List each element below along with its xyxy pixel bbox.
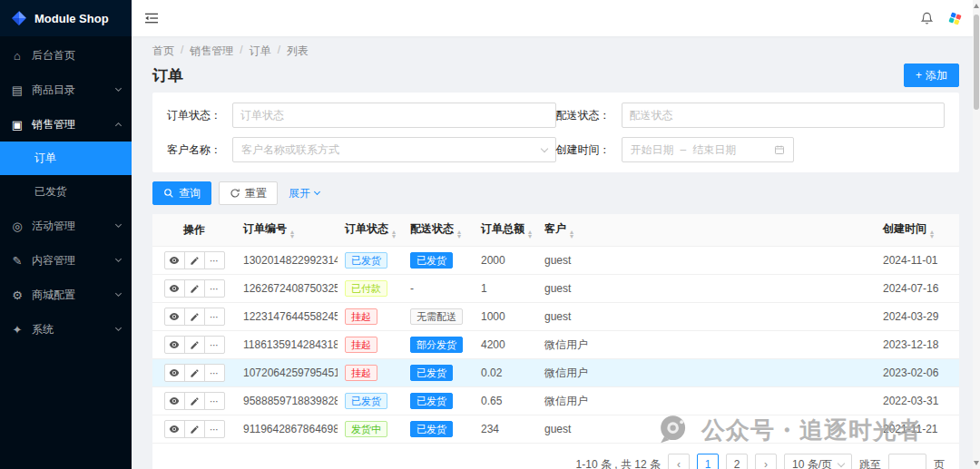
column-header-ops: 操作 [152, 214, 236, 247]
table-row[interactable]: ⋯1223147644558245888挂起无需配送1000guest2024-… [152, 303, 959, 331]
pagination-next-button[interactable]: › [755, 454, 777, 469]
menu-collapse-icon[interactable] [145, 13, 158, 24]
pagination-page-2[interactable]: 2 [726, 454, 748, 469]
sidebar-subitem-orders[interactable]: 订单 [0, 142, 132, 175]
delivery-status-cell: 无需配送 [403, 303, 474, 331]
delivery-status-tag: 无需配送 [410, 308, 463, 325]
edit-order-button[interactable] [184, 279, 205, 298]
column-header-order_no[interactable]: 订单编号▴▾ [236, 214, 338, 247]
customer-name: 微信用户 [544, 366, 588, 379]
scroll-up-arrow[interactable] [974, 4, 979, 8]
order-status-cell: 已发货 [338, 387, 403, 415]
table-row[interactable]: ⋯1262672408750325760已付款-1guest2024-07-16 [152, 275, 959, 303]
order-status-cell: 挂起 [338, 331, 403, 359]
sidebar-item-content[interactable]: ✎内容管理 [0, 243, 132, 278]
customer-select-placeholder: 客户名称或联系方式 [241, 142, 339, 158]
add-button[interactable]: + 添加 [904, 64, 959, 87]
edit-order-button[interactable] [184, 251, 205, 269]
column-header-total[interactable]: 订单总额▴▾ [474, 214, 537, 247]
chevron-down-icon [540, 144, 547, 151]
start-date-placeholder: 开始日期 [631, 142, 674, 158]
view-order-button[interactable] [164, 308, 185, 326]
view-order-button[interactable] [164, 336, 185, 354]
edit-order-button[interactable] [184, 420, 205, 438]
more-actions-button[interactable]: ⋯ [204, 420, 225, 438]
system-icon: ✦ [11, 323, 24, 337]
breadcrumb-separator: / [278, 44, 280, 59]
edit-order-button[interactable] [184, 392, 205, 410]
sidebar-item-sales[interactable]: ▣销售管理 [0, 107, 132, 142]
order-status-tag: 已付款 [345, 280, 387, 297]
column-header-created[interactable]: 创建时间▴▾ [876, 214, 959, 247]
view-order-button[interactable] [164, 279, 185, 298]
scroll-down-arrow[interactable] [974, 461, 979, 465]
order-number: 911964286786469888 [243, 423, 338, 435]
pagination-prev-button[interactable]: ‹ [668, 454, 690, 469]
edit-order-button[interactable] [184, 336, 205, 354]
breadcrumb-item[interactable]: 订单 [250, 44, 271, 59]
column-header-customer[interactable]: 客户▴▾ [537, 214, 876, 247]
sort-icon: ▴▾ [570, 230, 573, 239]
created-date-range-picker[interactable]: 开始日期 – 结束日期 [622, 137, 794, 162]
delivery-status-input[interactable] [622, 103, 946, 128]
sidebar-item-catalog[interactable]: ▤商品目录 [0, 73, 132, 107]
edit-order-button[interactable] [184, 364, 205, 382]
order-total-cell: 0.02 [474, 359, 537, 387]
app-logo[interactable]: Module Shop [0, 0, 132, 36]
sidebar-item-dashboard[interactable]: ⌂后台首页 [0, 38, 132, 73]
order-total-cell: 4200 [474, 331, 537, 359]
created-time: 2023-02-06 [883, 366, 938, 379]
customer-name-label: 客户名称： [167, 142, 232, 158]
sidebar-item-label: 内容管理 [32, 253, 108, 269]
page-size-select[interactable]: 10 条/页 [784, 454, 852, 469]
column-header-delivery_status[interactable]: 配送状态▴▾ [403, 214, 474, 247]
row-actions: ⋯ [164, 251, 225, 269]
notification-bell-icon[interactable] [920, 11, 934, 25]
sidebar-item-mall-config[interactable]: ⚙商城配置 [0, 278, 132, 312]
order-status-input[interactable] [232, 103, 556, 128]
more-actions-button[interactable]: ⋯ [204, 364, 225, 382]
column-header-order_status[interactable]: 订单状态▴▾ [338, 214, 403, 247]
customer-select[interactable]: 客户名称或联系方式 [232, 137, 556, 162]
table-row[interactable]: ⋯911964286786469888发货中已发货234guest2021-11… [152, 415, 959, 444]
search-button[interactable]: 查询 [152, 181, 211, 205]
column-label: 操作 [183, 223, 205, 236]
delivery-status-cell: 已发货 [403, 415, 474, 444]
more-actions-button[interactable]: ⋯ [204, 279, 225, 298]
created-time-label: 创建时间： [556, 142, 622, 158]
sidebar-item-system[interactable]: ✦系统 [0, 312, 132, 347]
more-icon: ⋯ [210, 256, 219, 266]
more-actions-button[interactable]: ⋯ [204, 251, 225, 269]
scrollbar[interactable] [973, 0, 980, 469]
chevron-down-icon [115, 290, 122, 297]
theme-switcher-icon[interactable] [948, 12, 961, 24]
view-order-button[interactable] [164, 420, 185, 438]
pencil-icon [190, 284, 200, 294]
jump-to-page-input[interactable] [888, 454, 926, 469]
edit-order-button[interactable] [184, 308, 205, 326]
reset-button[interactable]: 重置 [219, 181, 278, 205]
table-row[interactable]: ⋯1072064259795451904挂起已发货0.02微信用户2023-02… [152, 359, 959, 387]
more-actions-button[interactable]: ⋯ [204, 308, 225, 326]
order-status-cell: 发货中 [338, 415, 403, 444]
delivery-status-tag: 部分发货 [410, 337, 463, 353]
more-actions-button[interactable]: ⋯ [204, 336, 225, 354]
table-row[interactable]: ⋯958885971883982848已发货已发货0.65微信用户2022-03… [152, 387, 959, 415]
order-total: 234 [481, 423, 499, 435]
filter-panel: 订单状态： 配送状态： 客户名称： 客户名称或联系方式 [152, 93, 959, 172]
table-row[interactable]: ⋯1186135914284318720挂起部分发货4200微信用户2023-1… [152, 331, 959, 359]
view-order-button[interactable] [164, 251, 185, 269]
view-order-button[interactable] [164, 364, 185, 382]
delivery-status-cell: 部分发货 [403, 331, 474, 359]
view-order-button[interactable] [164, 392, 185, 410]
scrollbar-thumb[interactable] [974, 15, 979, 110]
sidebar-item-activity[interactable]: ◎活动管理 [0, 209, 132, 243]
breadcrumb-item[interactable]: 首页 [152, 44, 174, 59]
breadcrumb-item[interactable]: 销售管理 [190, 44, 233, 59]
more-actions-button[interactable]: ⋯ [204, 392, 225, 410]
sidebar-subitem-shipped[interactable]: 已发货 [0, 175, 132, 209]
pagination-page-1[interactable]: 1 [697, 454, 719, 469]
order-number-cell: 1302014822992314368 [236, 247, 338, 275]
expand-filters-link[interactable]: 展开 [289, 186, 319, 201]
table-row[interactable]: ⋯1302014822992314368已发货已发货2000guest2024-… [152, 247, 959, 275]
